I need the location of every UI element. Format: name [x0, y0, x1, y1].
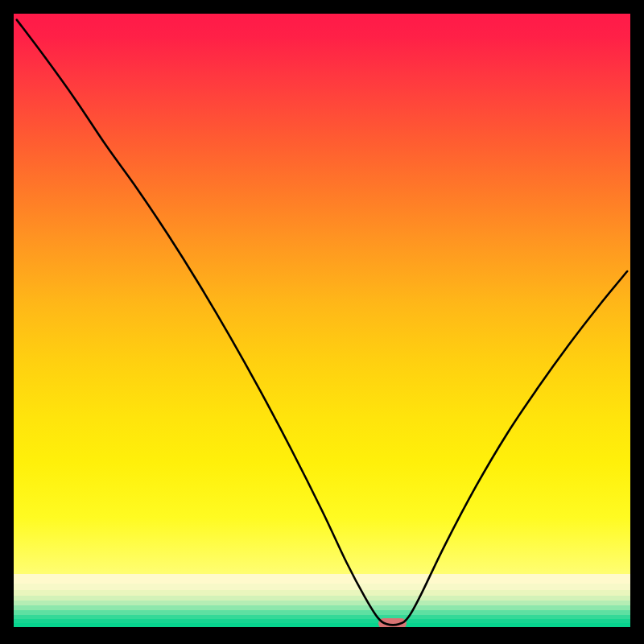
chart-frame: TheBottleneck.com: [14, 14, 630, 630]
bottleneck-curve: [17, 20, 627, 625]
curve-svg: [14, 14, 630, 627]
plot-area: [14, 14, 630, 627]
